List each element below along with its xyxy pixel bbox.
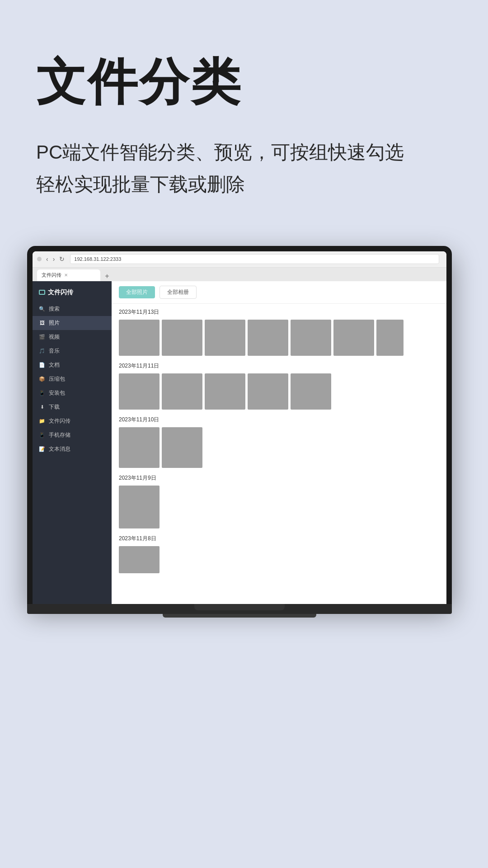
date-group-5: 2023年11月8日 — [119, 535, 439, 573]
photo-row-4 — [119, 486, 439, 528]
sidebar-search[interactable]: 🔍 搜索 — [33, 302, 112, 316]
apk-icon: 📱 — [39, 390, 45, 396]
subtitle-line2: 轻松实现批量下载或删除 — [36, 174, 245, 195]
sidebar-item-music[interactable]: 🎵 音乐 — [33, 344, 112, 358]
tab-all-photos[interactable]: 全部照片 — [119, 286, 155, 298]
browser-url-bar[interactable]: 192.168.31.122:2333 — [70, 254, 439, 264]
date-group-2: 2023年11月11日 — [119, 362, 439, 410]
photo-thumb[interactable] — [162, 427, 202, 468]
browser-forward-icon[interactable]: › — [53, 255, 55, 263]
sidebar-item-photos[interactable]: 🖼 照片 — [33, 316, 112, 330]
photo-thumb[interactable] — [162, 373, 202, 410]
browser-tabs: 文件闪传 ✕ + — [33, 268, 446, 281]
browser-back-icon[interactable]: ‹ — [46, 255, 48, 263]
browser-dot-1 — [37, 257, 42, 261]
photos-icon: 🖼 — [39, 320, 45, 326]
date-group-4: 2023年11月9日 — [119, 474, 439, 528]
sidebar-item-messages[interactable]: 📝 文本消息 — [33, 442, 112, 456]
sidebar-item-videos[interactable]: 🎬 视频 — [33, 330, 112, 344]
photo-thumb[interactable] — [119, 486, 160, 528]
search-icon: 🔍 — [39, 306, 45, 312]
date-label-4: 2023年11月9日 — [119, 474, 439, 482]
monitor-icon — [39, 290, 45, 295]
page: 文件分类 PC端文件智能分类、预览，可按组快速勾选 轻松实现批量下载或删除 ‹ … — [0, 0, 488, 868]
url-text: 192.168.31.122:2333 — [74, 256, 121, 262]
photo-thumb[interactable] — [291, 320, 331, 356]
hero-title: 文件分类 — [36, 54, 452, 109]
zip-icon: 📦 — [39, 376, 45, 382]
date-group-1: 2023年11月13日 — [119, 308, 439, 356]
storage-icon: 📱 — [39, 432, 45, 438]
sidebar-item-flash[interactable]: 📁 文件闪传 — [33, 414, 112, 428]
date-group-3: 2023年11月10日 — [119, 416, 439, 468]
photo-thumb[interactable] — [119, 373, 160, 410]
download-icon: ⬇ — [39, 404, 45, 410]
docs-icon: 📄 — [39, 362, 45, 368]
photo-thumb[interactable] — [205, 373, 245, 410]
photo-thumb[interactable] — [248, 373, 288, 410]
tab-close-icon[interactable]: ✕ — [64, 273, 68, 278]
subtitle-line1: PC端文件智能分类、预览，可按组快速勾选 — [36, 142, 404, 163]
tab-all-albums[interactable]: 全部相册 — [160, 286, 197, 299]
photo-thumb[interactable] — [119, 427, 160, 468]
flash-icon: 📁 — [39, 418, 45, 424]
main-content: 全部照片 全部相册 2023年11月13日 — [112, 281, 446, 604]
browser-chrome: ‹ › ↻ 192.168.31.122:2333 — [33, 251, 446, 268]
photo-thumb[interactable] — [119, 320, 160, 356]
photo-thumb[interactable] — [291, 373, 331, 410]
date-label-2: 2023年11月11日 — [119, 362, 439, 370]
new-tab-button[interactable]: + — [102, 271, 112, 281]
laptop-mockup: ‹ › ↻ 192.168.31.122:2333 文件闪传 ✕ + — [36, 246, 452, 618]
photo-thumb[interactable] — [162, 320, 202, 356]
photo-thumb[interactable] — [205, 320, 245, 356]
sidebar-item-docs[interactable]: 📄 文档 — [33, 358, 112, 372]
photo-thumb[interactable] — [376, 320, 404, 356]
sidebar-item-zip[interactable]: 📦 压缩包 — [33, 372, 112, 386]
app-title: 文件闪传 — [33, 286, 112, 302]
laptop-body: ‹ › ↻ 192.168.31.122:2333 文件闪传 ✕ + — [27, 246, 452, 604]
sidebar-item-downloads[interactable]: ⬇ 下载 — [33, 400, 112, 414]
browser-refresh-icon[interactable]: ↻ — [59, 255, 65, 263]
photo-row-5 — [119, 546, 439, 573]
music-icon: 🎵 — [39, 348, 45, 354]
content-header: 全部照片 全部相册 — [112, 281, 446, 304]
sidebar-item-storage[interactable]: 📱 手机存储 — [33, 428, 112, 442]
hero-subtitle: PC端文件智能分类、预览，可按组快速勾选 轻松实现批量下载或删除 — [36, 136, 452, 201]
videos-icon: 🎬 — [39, 334, 45, 340]
photo-row-2 — [119, 373, 439, 410]
photo-thumb[interactable] — [333, 320, 374, 356]
sidebar-item-apk[interactable]: 📱 安装包 — [33, 386, 112, 400]
photo-grid-area: 2023年11月13日 — [112, 304, 446, 604]
browser-tab-active[interactable]: 文件闪传 ✕ — [37, 269, 100, 281]
laptop-screen: ‹ › ↻ 192.168.31.122:2333 文件闪传 ✕ + — [33, 251, 446, 604]
photo-thumb[interactable] — [119, 546, 160, 573]
laptop-foot — [163, 614, 316, 618]
date-label-3: 2023年11月10日 — [119, 416, 439, 424]
date-label-1: 2023年11月13日 — [119, 308, 439, 316]
laptop-base — [27, 604, 452, 614]
photo-thumb[interactable] — [248, 320, 288, 356]
laptop-stand — [194, 604, 285, 610]
messages-icon: 📝 — [39, 446, 45, 452]
photo-row-1 — [119, 320, 439, 356]
app-layout: 文件闪传 🔍 搜索 🖼 照片 🎬 — [33, 281, 446, 604]
laptop: ‹ › ↻ 192.168.31.122:2333 文件闪传 ✕ + — [27, 246, 452, 618]
date-label-5: 2023年11月8日 — [119, 535, 439, 542]
tab-label: 文件闪传 — [42, 272, 61, 278]
photo-row-3 — [119, 427, 439, 468]
sidebar: 文件闪传 🔍 搜索 🖼 照片 🎬 — [33, 281, 112, 604]
